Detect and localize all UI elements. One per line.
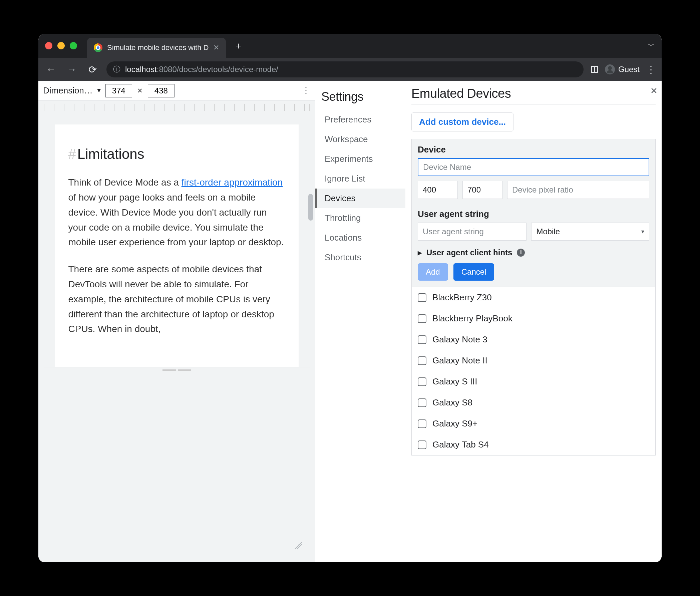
checkbox[interactable] [418, 420, 426, 428]
device-list-label: Galaxy S9+ [432, 419, 477, 429]
device-list-label: Galaxy Note II [432, 355, 488, 366]
address-bar[interactable]: ⓘ localhost:8080/docs/devtools/device-mo… [106, 61, 583, 77]
user-agent-input[interactable] [418, 223, 526, 241]
devtools-settings: Settings PreferencesWorkspaceExperiments… [315, 81, 661, 562]
checkbox[interactable] [418, 398, 426, 407]
settings-nav-item-workspace[interactable]: Workspace [321, 129, 405, 149]
device-list-label: Galaxy S III [432, 376, 477, 387]
profile-label: Guest [618, 65, 640, 74]
checkbox[interactable] [418, 314, 426, 323]
device-toolbar-menu[interactable]: ⋮ [302, 85, 310, 96]
maximize-window-button[interactable] [70, 42, 77, 49]
minimize-window-button[interactable] [57, 42, 65, 49]
first-order-link[interactable]: first-order approximation [181, 177, 283, 188]
device-width-input[interactable] [418, 181, 458, 199]
dimensions-dropdown[interactable]: Dimension… [43, 85, 93, 96]
chrome-icon [94, 43, 102, 52]
device-list-label: BlackBerry Z30 [432, 292, 492, 303]
titlebar: Simulate mobile devices with D ✕ ＋ ﹀ [39, 34, 661, 58]
viewport: #Limitations Think of Device Mode as a f… [39, 100, 315, 562]
reload-button[interactable]: ⟳ [86, 64, 99, 75]
site-info-icon[interactable]: ⓘ [113, 65, 121, 74]
frame-resize-handle[interactable] [44, 367, 309, 373]
checkbox[interactable] [418, 356, 426, 365]
scrollbar[interactable] [308, 194, 313, 221]
settings-nav-item-preferences[interactable]: Preferences [321, 110, 405, 129]
page-paragraph-2: There are some aspects of mobile devices… [68, 262, 285, 337]
content-area: Dimension… ▼ × ⋮ #Limitations Think of D… [39, 81, 661, 562]
device-section-label: Device [412, 139, 655, 158]
settings-main: ✕ Emulated Devices Add custom device... … [405, 81, 661, 562]
device-mode-pane: Dimension… ▼ × ⋮ #Limitations Think of D… [39, 81, 315, 562]
settings-nav-item-experiments[interactable]: Experiments [321, 149, 405, 169]
device-list-item[interactable]: Galaxy Note II [412, 350, 655, 371]
settings-nav-item-locations[interactable]: Locations [321, 228, 405, 248]
checkbox[interactable] [418, 336, 426, 344]
chevron-down-icon[interactable]: ▼ [96, 87, 102, 94]
settings-nav-item-shortcuts[interactable]: Shortcuts [321, 248, 405, 267]
device-list-item[interactable]: Galaxy S9+ [412, 413, 655, 434]
device-list-label: Galaxy Note 3 [432, 334, 488, 345]
panel-toggle-icon[interactable] [591, 66, 598, 73]
settings-title: Settings [321, 90, 405, 104]
device-list-item[interactable]: Galaxy S III [412, 371, 655, 392]
viewport-width-input[interactable] [105, 84, 132, 97]
device-name-input[interactable] [418, 158, 649, 176]
ruler [44, 104, 309, 111]
dimension-separator: × [138, 85, 143, 96]
browser-window: Simulate mobile devices with D ✕ ＋ ﹀ ← →… [39, 34, 661, 562]
device-list-item[interactable]: Galaxy Note 3 [412, 329, 655, 350]
new-tab-button[interactable]: ＋ [234, 40, 243, 52]
device-list-item[interactable]: Galaxy Tab S4 [412, 434, 655, 455]
emulated-devices-title: Emulated Devices [411, 86, 656, 101]
viewport-height-input[interactable] [148, 84, 175, 97]
settings-nav-item-devices[interactable]: Devices [315, 189, 405, 208]
device-list-item[interactable]: Galaxy S8 [412, 392, 655, 413]
close-window-button[interactable] [45, 42, 52, 49]
device-list-label: Galaxy S8 [432, 397, 472, 408]
close-tab-icon[interactable]: ✕ [213, 43, 219, 52]
caret-right-icon: ▶ [418, 250, 422, 256]
device-list-label: Galaxy Tab S4 [432, 440, 489, 450]
device-pixel-ratio-input[interactable] [507, 181, 649, 199]
back-button[interactable]: ← [44, 64, 58, 75]
chevron-down-icon: ▾ [641, 228, 644, 235]
client-hints-toggle[interactable]: ▶ User agent client hints i [412, 245, 655, 263]
close-settings-button[interactable]: ✕ [650, 86, 658, 96]
page-paragraph-1: Think of Device Mode as a first-order ap… [68, 175, 285, 250]
add-custom-device-button[interactable]: Add custom device... [411, 113, 514, 131]
page-heading: #Limitations [68, 143, 285, 165]
browser-menu-button[interactable]: ⋮ [646, 64, 656, 75]
ua-type-select[interactable]: Mobile ▾ [531, 223, 649, 241]
checkbox[interactable] [418, 377, 426, 386]
info-icon[interactable]: i [517, 249, 525, 257]
settings-nav-item-ignore-list[interactable]: Ignore List [321, 169, 405, 189]
url-text: localhost:8080/docs/devtools/device-mode… [125, 65, 278, 74]
cancel-button[interactable]: Cancel [453, 263, 495, 281]
divider [411, 104, 656, 104]
profile-button[interactable]: Guest [605, 65, 640, 74]
device-toolbar: Dimension… ▼ × ⋮ [39, 81, 315, 100]
checkbox[interactable] [418, 441, 426, 449]
device-list-item[interactable]: BlackBerry Z30 [412, 287, 655, 308]
checkbox[interactable] [418, 293, 426, 302]
browser-toolbar: ← → ⟳ ⓘ localhost:8080/docs/devtools/dev… [39, 58, 661, 81]
tab-overflow-icon[interactable]: ﹀ [648, 41, 655, 51]
ua-section-label: User agent string [412, 203, 655, 223]
settings-sidebar: Settings PreferencesWorkspaceExperiments… [315, 81, 405, 562]
browser-tab[interactable]: Simulate mobile devices with D ✕ [87, 38, 226, 58]
settings-nav-item-throttling[interactable]: Throttling [321, 208, 405, 228]
tab-title: Simulate mobile devices with D [107, 43, 208, 52]
toolbar-right: Guest ⋮ [591, 64, 656, 75]
device-form: Device User agent string Mobile [411, 139, 656, 287]
add-button[interactable]: Add [418, 263, 448, 281]
window-controls [45, 42, 77, 49]
device-list: BlackBerry Z30Blackberry PlayBookGalaxy … [411, 287, 656, 455]
emulated-page: #Limitations Think of Device Mode as a f… [55, 124, 299, 367]
device-list-label: Blackberry PlayBook [432, 313, 512, 324]
device-list-item[interactable]: Blackberry PlayBook [412, 308, 655, 329]
device-height-input[interactable] [462, 181, 502, 199]
forward-button[interactable]: → [65, 64, 78, 75]
avatar-icon [605, 65, 615, 74]
resize-corner-icon[interactable] [294, 542, 302, 549]
